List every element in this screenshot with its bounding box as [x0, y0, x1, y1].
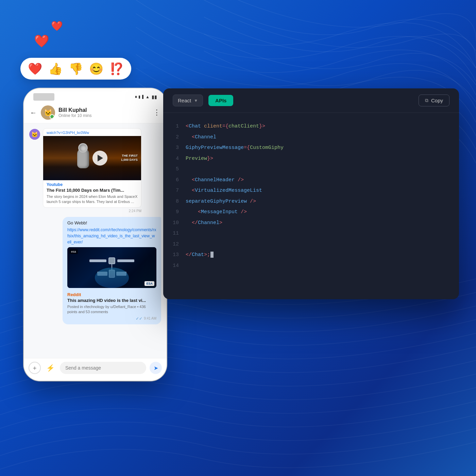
youtube-url[interactable]: watch?v=G3hPH_bc0Ww	[43, 129, 141, 136]
youtube-thumbnail: THE FIRST1,000 DAYS	[43, 136, 141, 180]
code-line-11	[186, 228, 452, 239]
line-num-11: 11	[173, 228, 179, 239]
code-line-8: separateGiphyPreview />	[186, 196, 452, 207]
code-toolbar: React ▼ APIs ⧉ Copy	[163, 88, 459, 113]
message-time-reddit: 9:41 AM	[144, 317, 156, 320]
signal-1	[135, 96, 137, 98]
message-received-youtube: 🐱 watch?v=G3hPH_bc0Ww	[29, 128, 161, 213]
esa-badge: esa	[69, 249, 78, 254]
more-options-button[interactable]: ⋮	[153, 108, 160, 117]
emoji-reaction-bar[interactable]: ❤️ 👍 👎 😊 ⁉️	[20, 58, 131, 80]
line-num-2: 2	[173, 132, 179, 143]
chat-header: ← 🐱 Bill Kuphal Online for 10 mins ⋮	[24, 103, 167, 123]
code-line-7: <VirtualizedMessageList	[186, 185, 452, 196]
copy-icon: ⧉	[425, 98, 428, 103]
reddit-image: esa ESA	[67, 247, 156, 288]
youtube-source: Youtube	[43, 180, 141, 188]
code-line-14	[186, 260, 452, 271]
sender-avatar: 🐱	[29, 129, 40, 140]
line-num-9: 9	[173, 207, 179, 218]
signal-2	[139, 96, 140, 99]
message-time-youtube: 2:24 PM	[43, 209, 141, 213]
line-numbers: 1 2 3 4 5 6 7 8 9 10 11 12 13 14	[163, 121, 186, 292]
line-num-13: 13	[173, 250, 179, 260]
esa-logo: ESA	[144, 281, 154, 286]
reddit-title: This amazing HD video is the last vi...	[67, 298, 156, 304]
phone-device: ▲ ▮▮ ← 🐱 Bill Kuphal Online for 10 mins …	[24, 88, 167, 381]
reddit-description: Posted in r/technology by u/Defiant_Race…	[67, 304, 156, 316]
apis-tab[interactable]: APIs	[208, 95, 233, 106]
code-line-5	[186, 164, 452, 175]
message-sent-reddit: Go Webb! https://www.reddit.com/r/techno…	[29, 217, 161, 324]
double-check-icon: ✓✓	[136, 316, 142, 321]
sent-link[interactable]: https://www.reddit.com/r/technology/comm…	[67, 227, 156, 245]
emoji-smile[interactable]: 😊	[89, 62, 103, 75]
emoji-thumbsdown[interactable]: 👎	[69, 62, 83, 75]
back-button[interactable]: ←	[30, 109, 37, 117]
main-scene: ❤️ ❤️ ❤️ 👍 👎 😊 ⁉️ ▲ ▮▮	[0, 0, 476, 476]
add-attachment-button[interactable]: ＋	[29, 362, 41, 374]
user-name: Bill Kuphal	[58, 107, 153, 113]
floating-heart-small: ❤️	[51, 20, 63, 32]
code-line-2: <Channel	[186, 132, 452, 143]
code-panel: React ▼ APIs ⧉ Copy 1 2 3 4 5 6 7 8 9	[163, 88, 459, 299]
user-avatar: 🐱	[41, 105, 55, 120]
code-line-1: <Chat client={chatClient}>	[186, 121, 452, 132]
send-button[interactable]: ➤	[150, 362, 162, 374]
line-num-14: 14	[173, 260, 179, 271]
play-button[interactable]	[92, 151, 107, 166]
chat-input-bar: ＋ ⚡ ➤	[24, 358, 167, 381]
youtube-description: The story begins in 2024 when Elon Musk …	[43, 194, 141, 207]
line-num-3: 3	[173, 142, 179, 153]
message-time-container: ✓✓ 9:41 AM	[67, 316, 156, 321]
line-num-7: 7	[173, 185, 179, 196]
signal-3	[142, 95, 143, 99]
message-content-youtube: watch?v=G3hPH_bc0Ww	[43, 128, 141, 213]
phone-wrapper: ❤️ ❤️ ❤️ 👍 👎 😊 ⁉️ ▲ ▮▮	[14, 48, 177, 354]
message-input[interactable]	[60, 362, 146, 374]
text-cursor	[210, 252, 214, 258]
code-line-12	[186, 239, 452, 250]
line-num-1: 1	[173, 121, 179, 132]
reddit-source: Reddit	[67, 290, 156, 298]
line-num-6: 6	[173, 175, 179, 186]
emoji-exclaim[interactable]: ⁉️	[109, 62, 124, 75]
phone-status-bar: ▲ ▮▮	[24, 88, 167, 103]
copy-button[interactable]: ⧉ Copy	[419, 95, 449, 106]
code-line-10: </Channel>	[186, 218, 452, 228]
line-num-12: 12	[173, 239, 179, 250]
quick-action-button[interactable]: ⚡	[44, 362, 56, 374]
dropdown-arrow-icon: ▼	[194, 98, 198, 103]
line-num-5: 5	[173, 164, 179, 175]
status-time	[33, 93, 54, 101]
code-content: <Chat client={chatClient}> <Channel Giph…	[186, 121, 459, 292]
code-line-3: GiphyPreviewMessage={CustomGiphy	[186, 142, 452, 153]
code-editor: 1 2 3 4 5 6 7 8 9 10 11 12 13 14 <Chat c…	[163, 113, 459, 299]
status-icons: ▲ ▮▮	[135, 94, 157, 100]
line-num-4: 4	[173, 153, 179, 164]
youtube-link-preview: watch?v=G3hPH_bc0Ww	[43, 128, 141, 208]
emoji-heart[interactable]: ❤️	[28, 62, 42, 75]
battery-icon: ▮▮	[152, 94, 157, 100]
wifi-icon: ▲	[146, 95, 150, 99]
language-label: React	[178, 98, 191, 103]
floating-heart-medium: ❤️	[34, 34, 49, 48]
user-info: Bill Kuphal Online for 10 mins	[58, 107, 153, 118]
line-num-10: 10	[173, 218, 179, 228]
code-line-13: </Chat>;	[186, 250, 452, 260]
user-status: Online for 10 mins	[58, 113, 153, 118]
youtube-title: The First 10,000 Days on Mars (Tim...	[43, 188, 141, 194]
code-line-4: Preview}>	[186, 153, 452, 164]
line-num-8: 8	[173, 196, 179, 207]
sent-text: Go Webb!	[67, 220, 156, 225]
language-dropdown[interactable]: React ▼	[173, 95, 203, 106]
message-bubble-sent: Go Webb! https://www.reddit.com/r/techno…	[63, 217, 161, 324]
code-line-9: <MessageInput />	[186, 207, 452, 218]
code-line-6: <ChannelHeader />	[186, 175, 452, 186]
chat-messages: 🐱 watch?v=G3hPH_bc0Ww	[24, 123, 167, 358]
emoji-thumbsup[interactable]: 👍	[48, 62, 63, 75]
